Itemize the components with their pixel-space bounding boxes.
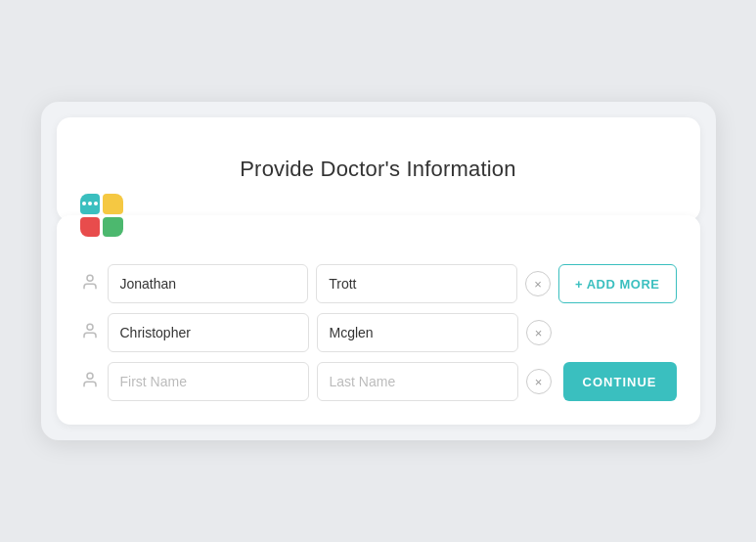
first-name-input-3[interactable] [108, 362, 309, 401]
row-action-1: + ADD MORE [558, 264, 677, 303]
clear-button-1[interactable]: × [525, 271, 551, 296]
page-title: Provide Doctor's Information [86, 157, 671, 182]
svg-point-2 [87, 373, 93, 379]
add-more-button[interactable]: + ADD MORE [558, 264, 677, 303]
last-name-input-1[interactable] [316, 264, 517, 303]
doctor-row-1: × + ADD MORE [80, 264, 677, 303]
clear-button-3[interactable]: × [526, 369, 552, 394]
doctor-row-3: × CONTINUE [80, 362, 677, 401]
clear-button-2[interactable]: × [526, 320, 552, 345]
continue-button[interactable]: CONTINUE [563, 362, 677, 401]
row-action-3: CONTINUE [559, 362, 677, 401]
person-icon-1 [80, 273, 100, 295]
logo-cell-green [103, 217, 123, 238]
body-section: × + ADD MORE × [57, 215, 700, 425]
svg-point-0 [87, 275, 93, 281]
last-name-input-2[interactable] [317, 313, 518, 352]
svg-point-1 [87, 324, 93, 330]
rows-container: × + ADD MORE × [80, 264, 677, 401]
last-name-input-3[interactable] [317, 362, 518, 401]
logo-cell-teal [80, 194, 101, 214]
logo-cell-red [80, 217, 101, 238]
outer-wrapper: Provide Doctor's Information [41, 102, 716, 440]
logo-icon [80, 194, 123, 237]
header-card: Provide Doctor's Information [57, 117, 700, 221]
first-name-input-1[interactable] [108, 264, 309, 303]
person-icon-2 [80, 322, 100, 344]
logo-cell-yellow [103, 194, 123, 214]
doctor-row-2: × [80, 313, 677, 352]
person-icon-3 [80, 371, 100, 393]
first-name-input-2[interactable] [108, 313, 309, 352]
